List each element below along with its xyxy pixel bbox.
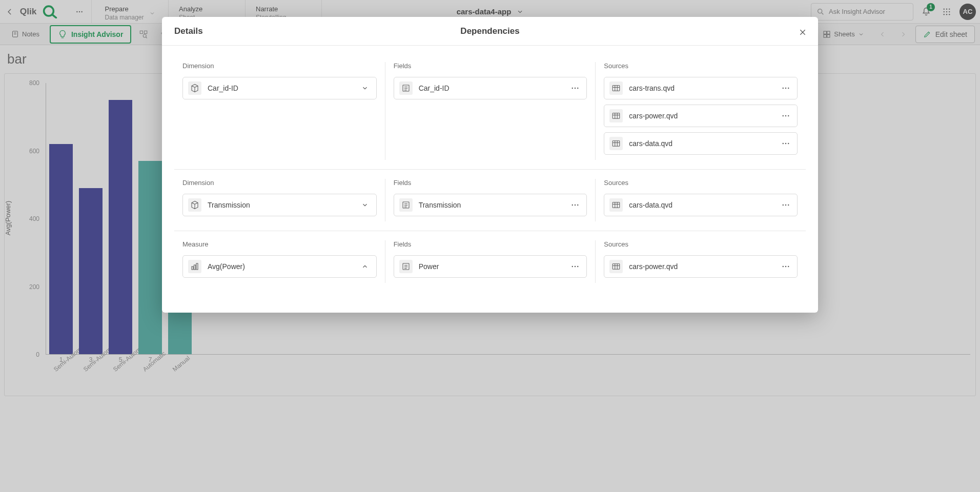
svg-point-88 <box>785 266 786 267</box>
svg-point-87 <box>783 266 784 267</box>
field-label: Car_id-ID <box>419 84 563 92</box>
measure-icon <box>188 260 201 273</box>
col-label: Fields <box>394 240 587 248</box>
dimension-card[interactable]: Car_id-ID <box>182 77 377 99</box>
col-label: Dimension <box>182 179 377 187</box>
modal-title-details: Details <box>174 26 203 36</box>
svg-point-43 <box>785 88 786 89</box>
source-label: cars-data.qvd <box>629 201 773 209</box>
cube-icon <box>188 198 201 212</box>
svg-point-64 <box>575 204 576 206</box>
svg-point-35 <box>572 88 573 89</box>
more-button[interactable] <box>780 137 792 150</box>
svg-point-89 <box>788 266 789 267</box>
col-label: Dimension <box>182 62 377 70</box>
svg-point-80 <box>572 266 573 267</box>
modal-header: Details Dependencies <box>162 17 818 46</box>
svg-point-58 <box>788 143 789 144</box>
dep-col-sources: Sources cars-data.qvd <box>595 179 806 221</box>
source-card[interactable]: cars-power.qvd <box>604 255 798 278</box>
expand-button[interactable] <box>359 82 371 94</box>
field-card[interactable]: Transmission <box>394 194 587 216</box>
dep-col-dimension: Dimension Transmission <box>174 179 385 221</box>
svg-point-57 <box>785 143 786 144</box>
svg-point-72 <box>788 204 789 206</box>
cube-icon <box>188 81 201 95</box>
svg-point-37 <box>577 88 578 89</box>
svg-point-81 <box>575 266 576 267</box>
field-icon <box>399 260 413 273</box>
source-card[interactable]: cars-data.qvd <box>604 194 798 216</box>
svg-rect-73 <box>192 266 193 270</box>
svg-point-42 <box>783 88 784 89</box>
col-label: Sources <box>604 179 798 187</box>
field-label: Transmission <box>419 201 563 209</box>
field-icon <box>399 81 413 95</box>
more-button[interactable] <box>780 82 792 94</box>
svg-point-56 <box>783 143 784 144</box>
dimension-card[interactable]: Transmission <box>182 194 377 216</box>
svg-point-50 <box>785 115 786 116</box>
source-label: cars-power.qvd <box>629 112 773 120</box>
table-icon <box>609 109 623 122</box>
source-card[interactable]: cars-trans.qvd <box>604 77 798 99</box>
more-button[interactable] <box>569 260 581 273</box>
svg-rect-66 <box>613 202 620 208</box>
table-icon <box>609 81 623 95</box>
svg-point-71 <box>785 204 786 206</box>
source-label: cars-trans.qvd <box>629 84 773 92</box>
svg-rect-75 <box>196 263 198 270</box>
svg-point-44 <box>788 88 789 89</box>
close-icon <box>799 28 807 36</box>
more-button[interactable] <box>569 199 581 211</box>
dep-col-sources: Sources cars-trans.qvd cars-power.qvd ca… <box>595 62 806 160</box>
field-label: Power <box>419 262 563 271</box>
col-label: Sources <box>604 62 798 70</box>
svg-rect-45 <box>613 113 620 119</box>
col-label: Measure <box>182 240 377 248</box>
svg-point-70 <box>783 204 784 206</box>
dep-col-fields: Fields Car_id-ID <box>385 62 596 160</box>
source-label: cars-power.qvd <box>629 262 773 271</box>
col-label: Fields <box>394 62 587 70</box>
modal-title-dependencies: Dependencies <box>460 26 519 36</box>
field-card[interactable]: Power <box>394 255 587 278</box>
table-icon <box>609 260 623 273</box>
dep-col-fields: Fields Transmission <box>385 179 596 221</box>
svg-rect-83 <box>613 264 620 270</box>
more-button[interactable] <box>780 110 792 122</box>
dep-col-dimension: Dimension Car_id-ID <box>174 62 385 160</box>
svg-point-82 <box>577 266 578 267</box>
more-button[interactable] <box>780 260 792 273</box>
field-card[interactable]: Car_id-ID <box>394 77 587 99</box>
dimension-card[interactable]: Avg(Power) <box>182 255 377 278</box>
source-card[interactable]: cars-data.qvd <box>604 132 798 155</box>
dep-col-dimension: Measure Avg(Power) <box>174 240 385 283</box>
dimension-label: Avg(Power) <box>208 262 353 271</box>
svg-point-65 <box>577 204 578 206</box>
col-label: Fields <box>394 179 587 187</box>
svg-point-51 <box>788 115 789 116</box>
svg-point-49 <box>783 115 784 116</box>
svg-rect-52 <box>613 141 620 147</box>
more-button[interactable] <box>780 199 792 211</box>
dimension-label: Transmission <box>208 201 353 209</box>
svg-rect-38 <box>613 86 620 91</box>
col-label: Sources <box>604 240 798 248</box>
modal-overlay[interactable]: Details Dependencies Dimension Car_id-ID… <box>0 0 980 492</box>
expand-button[interactable] <box>359 199 371 211</box>
svg-point-36 <box>575 88 576 89</box>
dep-col-sources: Sources cars-power.qvd <box>595 240 806 283</box>
field-icon <box>399 198 413 212</box>
source-card[interactable]: cars-power.qvd <box>604 105 798 127</box>
svg-point-63 <box>572 204 573 206</box>
modal-body: Dimension Car_id-ID Fields Car_id-ID Sou… <box>162 46 818 313</box>
table-icon <box>609 198 623 212</box>
close-button[interactable] <box>795 25 810 39</box>
dimension-label: Car_id-ID <box>208 84 353 92</box>
table-icon <box>609 137 623 150</box>
more-button[interactable] <box>569 82 581 94</box>
svg-rect-74 <box>194 265 196 270</box>
expand-button[interactable] <box>359 260 371 273</box>
dep-col-fields: Fields Power <box>385 240 596 283</box>
